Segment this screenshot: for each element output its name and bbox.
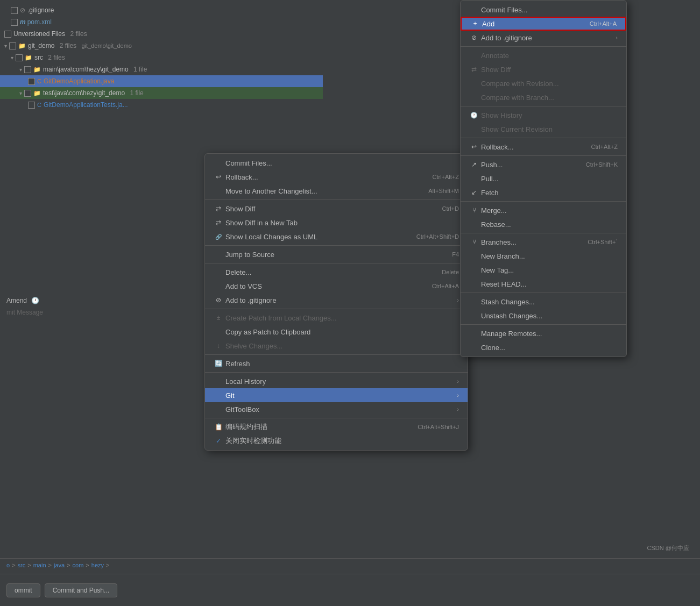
tree-item-main-path[interactable]: ▾ 📁 main\java\com\hezy\git_demo 1 file <box>0 63 323 75</box>
commit-push-button[interactable]: Commit and Push... <box>45 583 117 597</box>
menu-item-r-compare-branch[interactable]: Compare with Branch... <box>461 90 626 104</box>
r-new-tag-label: New Tag... <box>481 266 514 274</box>
menu-item-git[interactable]: Git › <box>205 388 468 402</box>
add-gitignore-arrow: › <box>457 297 459 303</box>
menu-item-r-manage-remotes[interactable]: Manage Remotes... <box>461 326 626 340</box>
menu-item-r-reset-head[interactable]: Reset HEAD... <box>461 277 626 291</box>
create-patch-label: Create Patch from Local Changes... <box>225 314 337 322</box>
menu-item-jump-source[interactable]: Jump to Source F4 <box>205 247 468 261</box>
menu-item-r-annotate[interactable]: Annotate <box>461 48 626 62</box>
menu-item-shelve[interactable]: ↓ Shelve Changes... <box>205 339 468 353</box>
menu-item-r-fetch[interactable]: ↙ Fetch <box>461 186 626 199</box>
add-vcs-shortcut: Ctrl+Alt+A <box>432 283 459 289</box>
breadcrumb-main[interactable]: main <box>33 562 46 568</box>
tree-item-git-demo-root[interactable]: ▾ 📁 git_demo 2 files git_demo\git_demo <box>0 40 323 52</box>
gitignore-label: .gitignore <box>27 6 54 14</box>
add-gitignore-icon: ⊘ <box>214 296 223 304</box>
show-local-uml-shortcut: Ctrl+Alt+Shift+D <box>416 233 459 240</box>
tree-item-unversioned[interactable]: Unversioned Files 2 files <box>0 28 323 40</box>
menu-item-show-diff-tab[interactable]: ⇄ Show Diff in a New Tab <box>205 216 468 230</box>
realtime-icon: ✓ <box>214 437 223 445</box>
checkbox-test-path[interactable] <box>24 90 31 97</box>
tree-item-git-demo-app[interactable]: C GitDemoApplication.java <box>0 75 323 87</box>
chevron-down-icon-test: ▾ <box>19 90 22 96</box>
checkbox-git-demo-tests[interactable] <box>28 102 35 109</box>
breadcrumb-hezy[interactable]: hezy <box>91 562 104 568</box>
checkbox-main-path[interactable] <box>24 66 31 73</box>
menu-item-commit-files[interactable]: Commit Files... <box>205 156 468 170</box>
show-diff-icon: ⇄ <box>214 205 223 212</box>
breadcrumb-sep1: > <box>12 562 15 568</box>
menu-item-code-scan[interactable]: 📋 编码规约扫描 Ctrl+Alt+Shift+J <box>205 420 468 434</box>
menu-item-local-history[interactable]: Local History › <box>205 374 468 388</box>
rollback-icon: ↩ <box>214 173 223 181</box>
menu-item-r-rollback[interactable]: ↩ Rollback... Ctrl+Alt+Z <box>461 140 626 154</box>
tree-item-src[interactable]: ▾ 📁 src 2 files <box>0 52 323 63</box>
menu-item-r-compare-revision[interactable]: Compare with Revision... <box>461 76 626 90</box>
r-pull-label: Pull... <box>481 175 499 183</box>
checkbox-git-demo[interactable] <box>9 42 16 49</box>
menu-item-r-show-history[interactable]: 🕐 Show History <box>461 108 626 122</box>
menu-item-r-new-branch[interactable]: New Branch... <box>461 249 626 263</box>
jump-source-label: Jump to Source <box>225 251 274 259</box>
r-show-history-icon: 🕐 <box>469 112 479 119</box>
checkbox-src[interactable] <box>16 54 23 61</box>
menu-item-realtime[interactable]: ✓ 关闭实时检测功能 <box>205 434 468 448</box>
menu-item-show-local-uml[interactable]: 🔗 Show Local Changes as UML Ctrl+Alt+Shi… <box>205 230 468 244</box>
menu-item-add-gitignore[interactable]: ⊘ Add to .gitignore › <box>205 293 468 307</box>
checkbox-pom[interactable] <box>11 19 18 26</box>
breadcrumb-src[interactable]: src <box>18 562 26 568</box>
menu-item-r-stash[interactable]: Stash Changes... <box>461 295 626 309</box>
checkbox-unversioned[interactable] <box>4 31 11 38</box>
menu-item-r-clone[interactable]: Clone... <box>461 340 626 354</box>
menu-item-r-merge[interactable]: ⑂ Merge... <box>461 203 626 217</box>
breadcrumb-o[interactable]: o <box>6 562 10 568</box>
separator-3 <box>205 263 468 263</box>
breadcrumb-java[interactable]: java <box>54 562 65 568</box>
bottom-bar: ommit Commit and Push... <box>0 574 700 606</box>
menu-item-add-vcs[interactable]: Add to VCS Ctrl+Alt+A <box>205 279 468 293</box>
menu-item-r-pull[interactable]: Pull... <box>461 172 626 186</box>
tree-item-git-demo-tests[interactable]: C GitDemoApplicationTests.ja... <box>0 99 323 111</box>
r-new-branch-label: New Branch... <box>481 252 525 260</box>
folder-icon-git-demo: 📁 <box>18 42 26 49</box>
tree-item-pom[interactable]: m pom.xml <box>0 16 323 28</box>
breadcrumb-com[interactable]: com <box>73 562 84 568</box>
menu-item-move-changelist[interactable]: Move to Another Changelist... Alt+Shift+… <box>205 184 468 198</box>
r-push-label: Push... <box>481 161 503 169</box>
menu-item-copy-patch[interactable]: Copy as Patch to Clipboard <box>205 325 468 339</box>
menu-item-gittoolbox[interactable]: GitToolBox › <box>205 402 468 416</box>
checkbox-git-demo-app[interactable] <box>28 78 35 85</box>
tree-item-gitignore[interactable]: ⊘ .gitignore <box>0 4 323 16</box>
menu-item-delete[interactable]: Delete... Delete <box>205 265 468 279</box>
menu-item-r-unstash[interactable]: Unstash Changes... <box>461 309 626 323</box>
commit-button[interactable]: ommit <box>6 583 40 597</box>
menu-item-r-branches[interactable]: ⑂ Branches... Ctrl+Shift+` <box>461 235 626 249</box>
menu-item-r-show-current-rev[interactable]: Show Current Revision <box>461 122 626 136</box>
menu-item-rollback[interactable]: ↩ Rollback... Ctrl+Alt+Z <box>205 170 468 184</box>
menu-item-r-push[interactable]: ↗ Push... Ctrl+Shift+K <box>461 158 626 172</box>
separator-7 <box>205 418 468 418</box>
r-merge-icon: ⑂ <box>469 206 479 214</box>
r-commit-files-label: Commit Files... <box>481 6 528 14</box>
separator-r3 <box>461 138 626 138</box>
menu-item-r-rebase[interactable]: Rebase... <box>461 217 626 231</box>
separator-6 <box>205 372 468 373</box>
show-local-uml-icon: 🔗 <box>214 234 223 240</box>
menu-item-refresh[interactable]: 🔄 Refresh <box>205 357 468 370</box>
menu-item-r-add[interactable]: + Add Ctrl+Alt+A <box>461 17 626 31</box>
menu-item-create-patch[interactable]: ± Create Patch from Local Changes... <box>205 311 468 325</box>
checkbox-gitignore[interactable] <box>11 7 18 14</box>
menu-item-r-commit-files[interactable]: Commit Files... <box>461 3 626 17</box>
chevron-down-icon-main: ▾ <box>19 67 22 73</box>
tree-item-test-path[interactable]: ▾ 📁 test\java\com\hezy\git_demo 1 file <box>0 87 323 99</box>
git-label: Git <box>225 391 235 400</box>
context-menu-right: Commit Files... + Add Ctrl+Alt+A ⊘ Add t… <box>460 0 627 357</box>
menu-item-show-diff[interactable]: ⇄ Show Diff Ctrl+D <box>205 202 468 216</box>
gittoolbox-label: GitToolBox <box>225 405 259 413</box>
r-fetch-icon: ↙ <box>469 189 479 196</box>
r-branches-label: Branches... <box>481 238 517 246</box>
menu-item-r-show-diff[interactable]: ⇄ Show Diff <box>461 62 626 76</box>
menu-item-r-new-tag[interactable]: New Tag... <box>461 263 626 277</box>
menu-item-r-add-gitignore[interactable]: ⊘ Add to .gitignore › <box>461 31 626 45</box>
